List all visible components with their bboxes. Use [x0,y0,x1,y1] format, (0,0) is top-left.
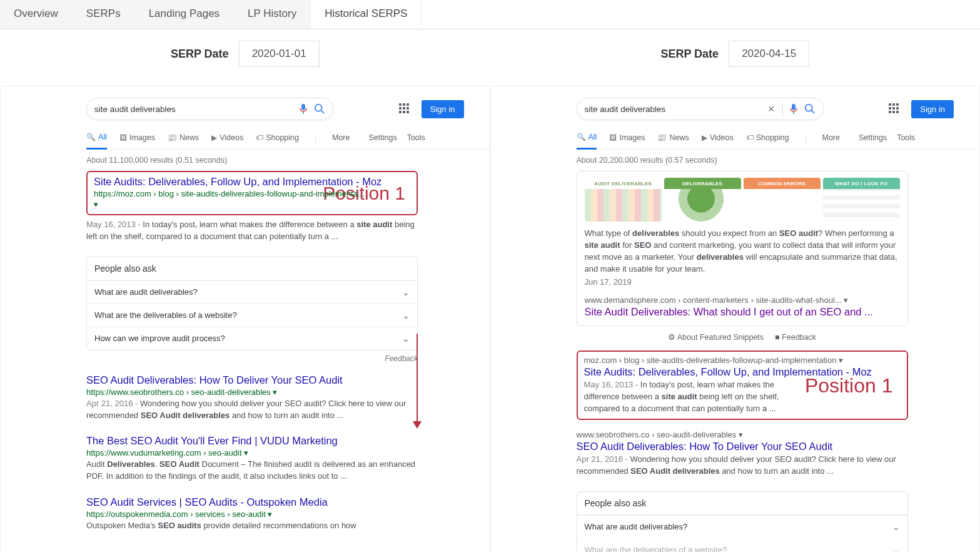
image-icon: 🖼 [119,133,127,142]
gnav-settings[interactable]: Settings [368,128,397,148]
fs-thumbnail[interactable]: COMMON ERRORS [744,178,821,222]
gnav-videos[interactable]: ▶Videos [211,128,243,148]
gnav-more[interactable]: More [332,128,350,148]
result-url: https://www.seobrothers.co › seo-audit-d… [86,387,418,397]
result-snippet: Outspoken Media's SEO audits provide det… [86,520,418,532]
caret-icon[interactable]: ▾ [739,430,743,439]
signin-button[interactable]: Sign in [422,100,464,118]
google-nav: 🔍All 🖼Images 📰News ▶Videos 🏷Shopping ⋮ M… [86,124,489,150]
news-icon: 📰 [657,133,667,142]
tab-historical-serps[interactable]: Historical SERPS [311,0,422,29]
gnav-news[interactable]: 📰News [168,128,199,148]
fs-thumbnail[interactable]: WHAT DO I LOOK FO [823,178,900,222]
result-title[interactable]: Site Audits: Deliverables, Follow Up, an… [94,176,410,188]
gnav-shopping[interactable]: 🏷Shopping [256,128,299,148]
mic-icon[interactable] [298,103,309,115]
gnav-all[interactable]: 🔍All [86,128,107,150]
result-url: https://www.vudumarketing.com › seo-audi… [86,448,418,457]
serp-date-value-right[interactable]: 2020-04-15 [729,41,809,67]
image-icon: 🖼 [609,133,617,142]
fs-date: Jun 17, 2019 [585,277,900,287]
highlight-box-right: Position 1 moz.com › blog › site-audits-… [577,350,908,420]
news-icon: 📰 [168,133,177,142]
fs-text: What type of deliverables should you exp… [585,228,900,275]
search-box[interactable]: × [577,98,824,120]
chevron-down-icon: ⌄ [892,545,900,552]
result-title[interactable]: SEO Audit Deliverables: How To Deliver Y… [86,374,418,386]
caret-icon[interactable]: ▾ [94,200,98,209]
caret-icon[interactable]: ▾ [268,509,272,519]
apps-icon[interactable] [889,103,900,115]
search-input[interactable] [585,105,763,114]
gnav-videos[interactable]: ▶Videos [702,128,734,148]
fs-thumbnail[interactable]: AUDIT DELIVERABLES [585,178,662,222]
caret-icon[interactable]: ▾ [273,387,277,397]
paa-feedback[interactable]: Feedback [86,354,418,363]
tag-icon: 🏷 [256,133,263,142]
gnav-settings[interactable]: Settings [859,128,887,148]
caret-icon[interactable]: ▾ [244,448,248,457]
google-nav: 🔍All 🖼Images 📰News ▶Videos 🏷Shopping ⋮ M… [577,124,979,150]
gnav-more[interactable]: More [822,128,840,148]
gnav-news[interactable]: 📰News [657,128,689,148]
result-title[interactable]: The Best SEO Audit You'll Ever Find | VU… [86,435,418,447]
result-snippet: Audit Deliverables. SEO Audit Document –… [86,459,418,483]
paa-row[interactable]: What are audit deliverables?⌄ [577,515,907,538]
tag-icon: 🏷 [746,133,754,142]
gnav-all[interactable]: 🔍All [577,128,597,150]
gnav-shopping[interactable]: 🏷Shopping [746,128,789,148]
video-icon: ▶ [211,133,217,142]
search-box[interactable] [86,98,333,120]
fs-breadcrumb: www.demandsphere.com › content-marketers… [585,295,900,305]
tab-landing-pages[interactable]: Landing Pages [135,0,234,29]
fs-thumbnail[interactable]: DELIVERABLES [664,178,741,222]
about-featured-snippets[interactable]: ⚙ About Featured Snippets [668,332,764,342]
gnav-images[interactable]: 🖼Images [119,128,155,148]
svg-point-6 [805,105,812,111]
gnav-images[interactable]: 🖼Images [609,128,645,148]
top-tabs: Overview SERPs Landing Pages LP History … [0,0,980,29]
paa-row[interactable]: What are the deliverables of a website?⌄ [87,304,417,327]
search-icon[interactable] [314,103,325,115]
caret-icon[interactable]: ▾ [844,295,848,305]
paa-title: People also ask [577,492,907,515]
video-icon: ▶ [702,133,707,142]
chevron-down-icon: ⌄ [402,287,410,297]
apps-icon[interactable] [399,103,410,115]
paa-row[interactable]: What are the deliverables of a website?⌄ [577,538,907,552]
clear-icon[interactable]: × [768,103,775,116]
tab-overview[interactable]: Overview [0,0,73,29]
chevron-down-icon: ⌄ [402,334,410,344]
result-title[interactable]: Site Audits: Deliverables, Follow Up, an… [584,366,901,378]
result-snippet: May 16, 2013 - In today's post, learn wh… [86,219,418,243]
chevron-down-icon: ⌄ [892,522,900,532]
paa-title: People also ask [87,257,417,280]
signin-button[interactable]: Sign in [911,100,954,118]
fs-footer: ⚙ About Featured Snippets ■ Feedback [577,332,908,342]
gnav-tools[interactable]: Tools [407,128,425,148]
svg-point-2 [315,105,322,111]
tab-serps[interactable]: SERPs [73,0,135,29]
search-icon[interactable] [804,103,816,115]
result-title[interactable]: SEO Audit Deliverables: How To Deliver Y… [577,441,908,452]
paa-row[interactable]: How can we improve audit process?⌄ [87,327,417,350]
serp-date-value-left[interactable]: 2020-01-01 [239,41,320,67]
result-snippet: May 16, 2013 - In today's post, learn wh… [584,379,809,415]
svg-line-7 [811,111,814,114]
fs-title[interactable]: Site Audit Deliverables: What should I g… [585,306,900,318]
highlight-box-left: Position 1 Site Audits: Deliverables, Fo… [86,171,418,215]
search-input[interactable] [94,105,293,114]
tab-lp-history[interactable]: LP History [234,0,311,29]
paa-row[interactable]: What are audit deliverables?⌄ [87,280,417,304]
svg-rect-0 [301,104,305,110]
svg-rect-4 [792,104,796,110]
caret-icon[interactable]: ▾ [839,355,843,365]
gnav-tools[interactable]: Tools [897,128,915,148]
result-title[interactable]: SEO Audit Services | SEO Audits - Outspo… [86,496,418,508]
result-breadcrumb: www.seobrothers.co › seo-audit-deliverab… [577,430,908,439]
fs-feedback[interactable]: ■ Feedback [775,333,816,342]
mic-icon[interactable] [788,103,799,115]
svg-line-3 [321,111,325,114]
search-icon: 🔍 [86,133,96,141]
serp-panel-left: Sign in 🔍All 🖼Images 📰News ▶Videos 🏷Shop… [0,86,490,552]
